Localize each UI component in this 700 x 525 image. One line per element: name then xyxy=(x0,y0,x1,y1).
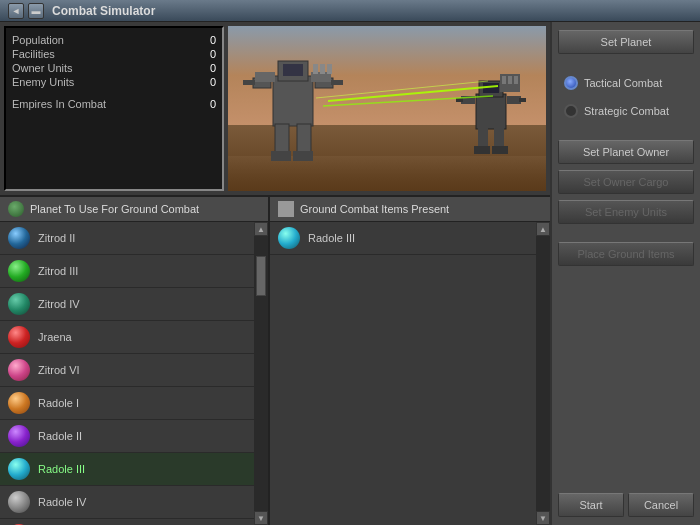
left-content: Population 0 Facilities 0 Owner Units 0 … xyxy=(0,22,550,525)
enemy-units-label: Enemy Units xyxy=(12,76,74,88)
planet-list-item[interactable]: Radole II xyxy=(0,420,254,453)
facilities-value: 0 xyxy=(210,48,216,60)
population-value: 0 xyxy=(210,34,216,46)
planet-list-item[interactable]: Radole I xyxy=(0,387,254,420)
planet-name: Zitrod III xyxy=(38,265,78,277)
ground-items-list: Radole III ▲ ▼ xyxy=(270,222,550,525)
battle-scene xyxy=(228,26,546,191)
planet-icon xyxy=(8,359,30,381)
window-title: Combat Simulator xyxy=(52,4,155,18)
planet-name: Jraena xyxy=(38,331,72,343)
tactical-radio-indicator xyxy=(564,76,578,90)
lists-area: Zitrod II Zitrod III Zitrod IV Jraena Zi… xyxy=(0,222,550,525)
ground-scroll-down[interactable]: ▼ xyxy=(536,511,550,525)
title-bar: ◄ ▬ Combat Simulator xyxy=(0,0,700,22)
ground-items-header-icon xyxy=(278,201,294,217)
empires-label: Empires In Combat xyxy=(12,98,106,110)
planet-icon xyxy=(8,326,30,348)
right-sidebar: Set Planet Tactical Combat Strategic Com… xyxy=(550,22,700,525)
planet-scrollbar: ▲ ▼ xyxy=(254,222,268,525)
ground-list-inner[interactable]: Radole III xyxy=(270,222,536,525)
planet-name: Radole II xyxy=(38,430,82,442)
ground-scroll-track xyxy=(537,236,549,511)
planet-name: Radole III xyxy=(38,463,85,475)
planet-header-text: Planet To Use For Ground Combat xyxy=(30,203,199,215)
planet-list-inner[interactable]: Zitrod II Zitrod III Zitrod IV Jraena Zi… xyxy=(0,222,254,525)
planet-list-item[interactable]: Zitrod VI xyxy=(0,354,254,387)
population-label: Population xyxy=(12,34,64,46)
place-ground-items-button[interactable]: Place Ground Items xyxy=(558,242,694,266)
strategic-combat-option[interactable]: Strategic Combat xyxy=(558,100,694,122)
planet-name: Zitrod VI xyxy=(38,364,80,376)
owner-units-value: 0 xyxy=(210,62,216,74)
planet-icon xyxy=(8,260,30,282)
facilities-label: Facilities xyxy=(12,48,55,60)
planet-name: Zitrod II xyxy=(38,232,75,244)
top-area: Population 0 Facilities 0 Owner Units 0 … xyxy=(0,22,550,197)
population-row: Population 0 xyxy=(12,34,216,46)
planet-list-item[interactable]: Radole IV xyxy=(0,486,254,519)
planet-list-item[interactable]: Radole V xyxy=(0,519,254,525)
cancel-button[interactable]: Cancel xyxy=(628,493,694,517)
planet-list: Zitrod II Zitrod III Zitrod IV Jraena Zi… xyxy=(0,222,270,525)
planet-list-item[interactable]: Zitrod III xyxy=(0,255,254,288)
planet-name: Zitrod IV xyxy=(38,298,80,310)
set-enemy-units-button[interactable]: Set Enemy Units xyxy=(558,200,694,224)
planet-icon xyxy=(8,425,30,447)
set-planet-button[interactable]: Set Planet xyxy=(558,30,694,54)
tactical-label: Tactical Combat xyxy=(584,77,662,89)
planet-icon xyxy=(8,491,30,513)
strategic-label: Strategic Combat xyxy=(584,105,669,117)
owner-units-label: Owner Units xyxy=(12,62,73,74)
ground-list-item[interactable]: Radole III xyxy=(270,222,536,255)
scroll-track xyxy=(255,236,267,511)
planet-icon xyxy=(8,293,30,315)
planet-name: Radole I xyxy=(38,397,79,409)
enemy-units-value: 0 xyxy=(210,76,216,88)
list-headers: Planet To Use For Ground Combat Ground C… xyxy=(0,197,550,222)
info-panel: Population 0 Facilities 0 Owner Units 0 … xyxy=(4,26,224,191)
empires-row: Empires In Combat 0 xyxy=(12,98,216,110)
start-button[interactable]: Start xyxy=(558,493,624,517)
ground-scroll-up[interactable]: ▲ xyxy=(536,222,550,236)
ground-items-header: Ground Combat Items Present xyxy=(270,197,550,221)
planet-list-item[interactable]: Jraena xyxy=(0,321,254,354)
planet-list-item[interactable]: Zitrod IV xyxy=(0,288,254,321)
strategic-radio-indicator xyxy=(564,104,578,118)
facilities-row: Facilities 0 xyxy=(12,48,216,60)
planet-icon xyxy=(8,458,30,480)
svg-line-17 xyxy=(323,96,493,106)
planet-list-item[interactable]: Radole III xyxy=(0,453,254,486)
planet-header-icon xyxy=(8,201,24,217)
empires-value: 0 xyxy=(210,98,216,110)
planet-list-item[interactable]: Zitrod II xyxy=(0,222,254,255)
laser-beams xyxy=(228,26,546,191)
planet-icon xyxy=(8,392,30,414)
scroll-thumb[interactable] xyxy=(256,256,266,296)
ground-item-icon xyxy=(278,227,300,249)
ground-scrollbar: ▲ ▼ xyxy=(536,222,550,525)
bottom-buttons: Start Cancel xyxy=(558,493,694,517)
window-btn-1[interactable]: ◄ xyxy=(8,3,24,19)
enemy-units-row: Enemy Units 0 xyxy=(12,76,216,88)
planet-icon xyxy=(8,227,30,249)
tactical-combat-option[interactable]: Tactical Combat xyxy=(558,72,694,94)
scroll-up-arrow[interactable]: ▲ xyxy=(254,222,268,236)
window-btn-2[interactable]: ▬ xyxy=(28,3,44,19)
planet-list-header: Planet To Use For Ground Combat xyxy=(0,197,270,221)
planet-name: Radole IV xyxy=(38,496,86,508)
set-owner-cargo-button[interactable]: Set Owner Cargo xyxy=(558,170,694,194)
owner-units-row: Owner Units 0 xyxy=(12,62,216,74)
ground-items-header-text: Ground Combat Items Present xyxy=(300,203,449,215)
scroll-down-arrow[interactable]: ▼ xyxy=(254,511,268,525)
ground-item-name: Radole III xyxy=(308,232,355,244)
main-container: Population 0 Facilities 0 Owner Units 0 … xyxy=(0,22,700,525)
bottom-section: Planet To Use For Ground Combat Ground C… xyxy=(0,197,550,525)
set-planet-owner-button[interactable]: Set Planet Owner xyxy=(558,140,694,164)
